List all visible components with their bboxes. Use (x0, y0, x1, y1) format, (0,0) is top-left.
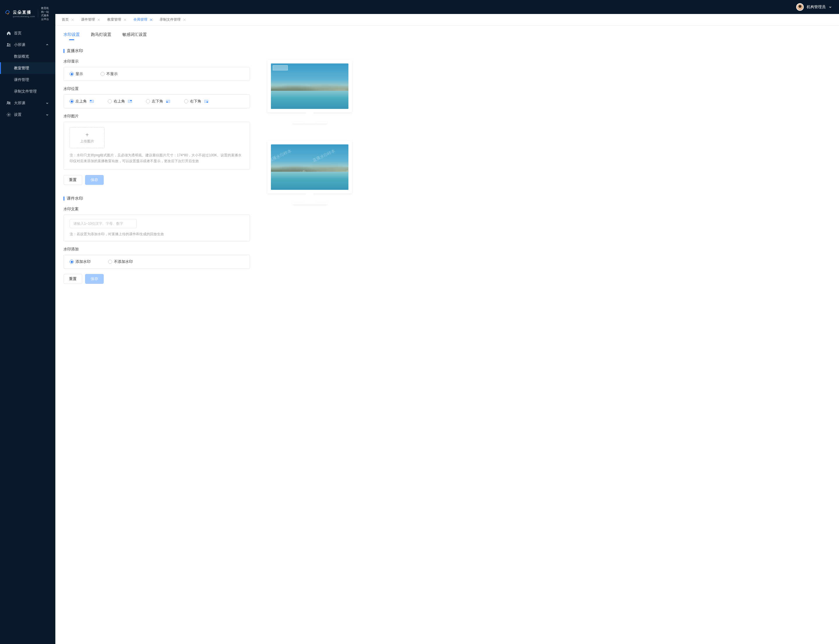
reset-button-1[interactable]: 重置 (64, 175, 82, 185)
radio-add-no[interactable]: 不添加水印 (108, 259, 133, 264)
topbar: 机构管理员 (55, 0, 839, 14)
close-icon[interactable] (97, 18, 100, 21)
close-icon[interactable] (71, 18, 74, 21)
text-note: 注：若设置为添加水印，对直播上传的课件和生成的回放生效 (69, 231, 244, 237)
upload-button[interactable]: + 上传图片 (69, 127, 105, 148)
tabs-bar: 首页 课件管理 教室管理 全局管理 录制文件管理 (55, 14, 839, 26)
logo-slogan: 教育机构一站 式服务云平台 (41, 7, 50, 21)
save-button-1[interactable]: 保存 (85, 175, 104, 185)
chevron-down-icon[interactable] (829, 5, 832, 9)
radio-hide[interactable]: 不显示 (101, 71, 118, 77)
close-icon[interactable] (124, 18, 127, 21)
nav-sub-courseware[interactable]: 课件管理 (0, 74, 55, 85)
tab-home[interactable]: 首页 (61, 17, 75, 22)
preview-monitor-1 (267, 60, 352, 123)
upload-note: 注：水印只支持png格式图片，且必须为透明底。建议最佳图片尺寸：174*80，大… (69, 152, 244, 164)
svg-point-4 (8, 114, 9, 115)
upload-container: + 上传图片 注：水印只支持png格式图片，且必须为透明底。建议最佳图片尺寸：1… (64, 122, 250, 170)
close-icon[interactable] (150, 18, 153, 21)
nav-sub-overview[interactable]: 数据概览 (0, 51, 55, 62)
svg-point-0 (7, 43, 9, 45)
inner-tab-watermark[interactable]: 水印设置 (64, 32, 80, 40)
tab-courseware[interactable]: 课件管理 (80, 17, 101, 22)
nav-settings[interactable]: 设置 (0, 109, 55, 120)
section-title-live: 直播水印 (64, 48, 250, 54)
radio-bottom-left[interactable]: 左下角 (146, 99, 170, 104)
plus-icon: + (85, 132, 89, 138)
home-icon (7, 31, 11, 36)
radio-bottom-right[interactable]: 右下角 (184, 99, 208, 104)
save-button-2[interactable]: 保存 (85, 274, 104, 284)
svg-point-1 (9, 44, 10, 45)
radio-add-yes[interactable]: 添加水印 (69, 259, 91, 264)
add-options: 添加水印 不添加水印 (64, 255, 250, 269)
nav: 首页 小班课 数据概览 教室管理 课件管理 录制文件管理 大班课 设置 (0, 27, 55, 644)
tab-recording[interactable]: 录制文件管理 (158, 17, 187, 22)
radio-top-left[interactable]: 左上角 (69, 99, 94, 104)
label-display: 水印显示 (64, 59, 250, 64)
svg-point-3 (9, 102, 10, 104)
avatar[interactable] (796, 3, 804, 11)
close-icon[interactable] (183, 18, 186, 21)
tab-classroom[interactable]: 教室管理 (106, 17, 128, 22)
label-position: 水印位置 (64, 86, 250, 91)
display-options: 显示 不显示 (64, 67, 250, 81)
user-name[interactable]: 机构管理员 (807, 4, 826, 10)
preview-monitor-2: 直播水印样本直播水印样本直播水印样本直播水印样本 (267, 141, 352, 204)
reset-button-2[interactable]: 重置 (64, 274, 82, 284)
logo-subtitle: yunduoketang.com (13, 15, 35, 18)
tab-global[interactable]: 全局管理 (132, 17, 154, 22)
radio-top-right[interactable]: 右上角 (108, 99, 132, 104)
inner-tab-sensitive[interactable]: 敏感词汇设置 (122, 32, 147, 40)
gear-icon (7, 112, 11, 117)
nav-sub-recording[interactable]: 录制文件管理 (0, 85, 55, 97)
section-title-courseware: 课件水印 (64, 196, 250, 201)
inner-tabs: 水印设置 跑马灯设置 敏感词汇设置 (64, 32, 831, 40)
watermark-badge-preview (273, 65, 288, 71)
content: 水印设置 跑马灯设置 敏感词汇设置 直播水印 水印显示 显示 不显示 水印位置 … (55, 26, 839, 644)
chevron-down-icon (45, 101, 49, 105)
nav-home[interactable]: 首页 (0, 27, 55, 39)
nav-big-class[interactable]: 大班课 (0, 97, 55, 109)
label-image: 水印图片 (64, 113, 250, 119)
logo: 云朵直播 yunduoketang.com 教育机构一站 式服务云平台 (0, 0, 55, 27)
logo-title: 云朵直播 (13, 10, 35, 15)
text-input-container: 注：若设置为添加水印，对直播上传的课件和生成的回放生效 (64, 215, 250, 242)
users2-icon (7, 101, 11, 105)
users-icon (7, 43, 11, 47)
svg-point-2 (7, 102, 8, 103)
label-text: 水印文案 (64, 206, 250, 212)
cloud-logo-icon (5, 10, 10, 18)
sidebar: 云朵直播 yunduoketang.com 教育机构一站 式服务云平台 首页 小… (0, 0, 55, 644)
inner-tab-marquee[interactable]: 跑马灯设置 (91, 32, 111, 40)
chevron-up-icon (45, 43, 49, 47)
chevron-down-icon (45, 113, 49, 117)
nav-small-class[interactable]: 小班课 (0, 39, 55, 51)
radio-show[interactable]: 显示 (69, 71, 83, 77)
nav-sub-classroom[interactable]: 教室管理 (0, 62, 55, 74)
label-add: 水印添加 (64, 246, 250, 252)
watermark-text-input[interactable] (69, 219, 137, 228)
position-options: 左上角 右上角 左下角 右下角 (64, 94, 250, 108)
